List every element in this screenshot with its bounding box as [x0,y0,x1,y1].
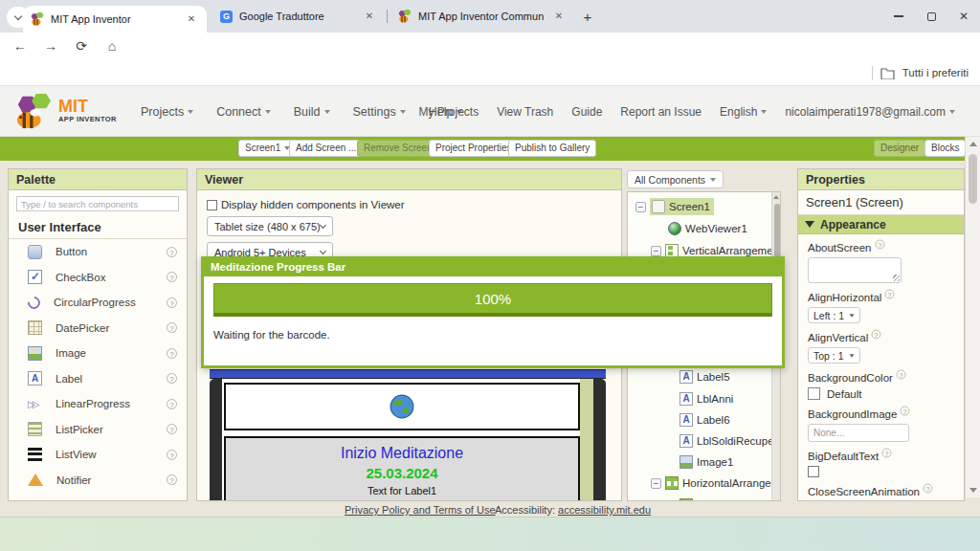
link-report-issue[interactable]: Report an Issue [620,105,702,119]
palette-item-circularprogress[interactable]: CircularProgress [9,290,187,316]
help-icon[interactable] [896,370,905,380]
add-screen-button[interactable]: Add Screen ... [289,140,363,157]
collapse-icon[interactable] [651,246,661,256]
alignhorizontal-dropdown[interactable]: Left : 1 [808,307,860,323]
phone-preview[interactable]: Inizio Meditazione 25.03.2024 Text for L… [210,369,606,501]
backgroundimage-label: BackgroundImage [808,408,964,420]
display-hidden-checkbox-row[interactable]: Display hidden components in Viewer [207,199,405,210]
tree-row-partial[interactable] [679,496,693,501]
webviewer-box[interactable] [224,383,580,430]
tree-row-label6[interactable]: Label6 [679,410,730,430]
color-swatch[interactable] [808,387,820,400]
maximize-button[interactable] [915,0,947,33]
help-icon[interactable] [167,474,177,485]
palette-item-listview[interactable]: ListView [9,442,187,468]
palette-item-datepicker[interactable]: DatePicker [9,316,187,342]
screen-size-dropdown[interactable]: Tablet size (480 x 675) [207,216,333,236]
home-button[interactable]: ⌂ [101,35,122,56]
forward-button[interactable]: → [40,35,61,56]
tab-mit-app-inventor[interactable]: MIT App Inventor ✕ [23,6,207,33]
app-inventor-logo[interactable]: MIT APP INVENTOR [13,93,117,129]
menu-projects[interactable]: Projects [141,105,193,119]
tree-row-horizontalarrangement[interactable]: HorizontalArrangemen [651,474,781,493]
tree-row-label5[interactable]: Label5 [679,367,730,386]
blocks-view-button[interactable]: Blocks [924,140,966,157]
palette-section-user-interface[interactable]: User Interface [9,215,187,239]
bigdefaulttext-checkbox[interactable] [808,466,819,477]
accessibility-link[interactable]: accessibility.mit.edu [558,504,651,516]
help-icon[interactable] [167,247,177,257]
palette-search-input[interactable] [16,196,179,211]
appearance-section-header[interactable]: Appearance [798,215,964,234]
tab-mit-community[interactable]: MIT App Inventor Community ✕ [390,0,574,33]
all-bookmarks-label[interactable]: Tutti i preferiti [902,67,969,78]
caret-down-icon [761,110,767,114]
tab-close-icon[interactable]: ✕ [551,9,567,24]
help-icon[interactable] [167,322,177,333]
help-icon[interactable] [167,424,177,434]
phone-screen[interactable]: Inizio Meditazione 25.03.2024 Text for L… [222,379,593,501]
aboutscreen-textarea[interactable] [808,257,902,283]
backgroundimage-input[interactable]: None... [808,424,909,442]
scroll-up-icon[interactable] [969,142,977,146]
image-icon [679,455,693,469]
tree-row-screen1[interactable]: Screen1 [635,197,714,216]
palette-item-listpicker[interactable]: ListPicker [9,417,187,443]
horizontal-arrangement-icon [665,476,679,490]
checkbox-unchecked-icon[interactable] [207,200,217,210]
help-icon[interactable] [167,399,177,409]
back-button[interactable]: ← [10,35,31,56]
palette-item-label[interactable]: Label [9,366,187,392]
page-scrollbar[interactable] [965,137,980,497]
scroll-down-icon[interactable] [969,488,977,493]
palette-item-image[interactable]: Image [9,341,187,366]
help-icon[interactable] [167,298,177,308]
palette-item-checkbox[interactable]: CheckBox [9,265,187,291]
menu-build[interactable]: Build [294,105,330,119]
scroll-up-icon[interactable] [773,195,779,199]
project-properties-button[interactable]: Project Properties [429,140,518,157]
scrollbar-thumb[interactable] [969,154,977,204]
publish-gallery-button[interactable]: Publish to Gallery [508,140,596,157]
tab-google-traduttore[interactable]: G Google Traduttore ✕ [212,0,385,33]
components-filter-dropdown[interactable]: All Components [627,170,724,188]
help-icon[interactable] [924,484,933,494]
backgroundcolor-picker[interactable]: Default [808,387,964,400]
help-icon[interactable] [167,272,177,282]
minimize-button[interactable] [882,0,915,33]
link-guide[interactable]: Guide [571,105,602,119]
help-icon[interactable] [167,450,177,460]
menu-connect[interactable]: Connect [216,105,271,119]
palette-item-linearprogress[interactable]: LinearProgress [9,391,187,417]
designer-view-button[interactable]: Designer [874,140,925,157]
help-icon[interactable] [885,290,895,299]
palette-item-notifier[interactable]: Notifier [9,468,187,494]
help-icon[interactable] [875,240,884,250]
alignvertical-dropdown[interactable]: Top : 1 [808,347,860,364]
help-icon[interactable] [167,373,177,384]
tree-row-image1[interactable]: Image1 [679,452,733,472]
collapse-icon[interactable] [651,478,661,489]
privacy-link[interactable]: Privacy Policy and Terms of Use [345,504,496,516]
close-button[interactable]: ✕ [947,0,980,33]
help-icon[interactable] [901,407,910,416]
reload-button[interactable]: ⟳ [71,35,92,56]
tree-row-lblsoldirecuperati[interactable]: LblSoldiRecuperati [679,431,781,451]
help-icon[interactable] [882,449,892,458]
language-selector[interactable]: English [720,105,767,119]
account-menu[interactable]: nicolaimperati1978@gmail.com [785,105,955,119]
palette-item-button[interactable]: Button [9,239,187,265]
tree-row-webviewer1[interactable]: WebViewer1 [668,219,747,238]
remove-screen-button[interactable]: Remove Screen [357,140,439,157]
meditation-info-box[interactable]: Inizio Meditazione 25.03.2024 Text for L… [224,436,580,501]
menu-settings[interactable]: Settings [353,105,406,119]
tab-close-icon[interactable]: ✕ [362,9,377,24]
tab-close-icon[interactable]: ✕ [184,11,199,27]
tree-row-lblanni[interactable]: LblAnni [679,389,733,408]
link-my-projects[interactable]: My Projects [418,105,479,119]
link-view-trash[interactable]: View Trash [497,105,553,119]
new-tab-button[interactable]: + [578,8,597,27]
help-icon[interactable] [872,330,881,340]
collapse-icon[interactable] [635,202,646,212]
help-icon[interactable] [167,348,177,359]
